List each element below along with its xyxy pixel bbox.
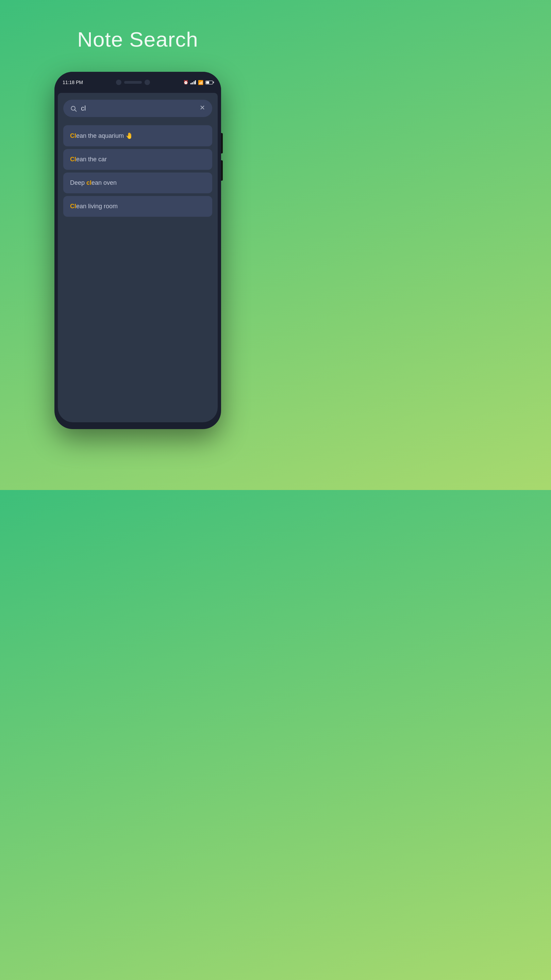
status-time: 11:18 PM (63, 80, 83, 85)
notch-camera-left (116, 80, 121, 85)
signal-bar-3 (194, 81, 195, 84)
result-3-rest: ean oven (92, 179, 117, 186)
result-item-1[interactable]: Clean the aquarium 🤚 (63, 125, 212, 146)
battery-icon (205, 81, 213, 84)
page-title: Note Search (77, 27, 198, 51)
status-icons: ⏰ 📶 (183, 80, 213, 85)
status-bar: 11:18 PM ⏰ 📶 (54, 72, 221, 93)
signal-bars (191, 80, 196, 84)
notch-camera-right (144, 80, 150, 85)
search-icon (70, 105, 77, 112)
result-1-highlight: Cl (70, 132, 76, 139)
signal-bar-2 (192, 82, 193, 84)
result-3-highlight: cl (86, 179, 92, 186)
result-item-3[interactable]: Deep clean oven (63, 172, 212, 193)
result-3-prefix: Deep (70, 179, 86, 186)
signal-bar-1 (191, 83, 192, 84)
phone-screen: cl Clean the aquarium 🤚 Clean the car De… (58, 93, 218, 422)
phone-frame: 11:18 PM ⏰ 📶 (54, 72, 221, 429)
search-bar[interactable]: cl (63, 100, 212, 117)
result-2-rest: ean the car (76, 156, 107, 163)
result-item-2[interactable]: Clean the car (63, 149, 212, 170)
wifi-icon: 📶 (198, 80, 203, 85)
search-clear-button[interactable] (199, 105, 205, 112)
notch-speaker (124, 81, 142, 84)
search-input[interactable]: cl (81, 105, 199, 112)
volume-up-button[interactable] (221, 133, 223, 153)
notch-center (116, 80, 150, 85)
svg-line-1 (75, 110, 76, 111)
alarm-icon: ⏰ (183, 80, 189, 85)
result-2-highlight: Cl (70, 156, 76, 163)
result-4-highlight: Cl (70, 203, 76, 210)
signal-bar-4 (195, 80, 196, 84)
battery-fill (206, 81, 209, 84)
result-item-4[interactable]: Clean living room (63, 196, 212, 217)
result-1-rest: ean the aquarium 🤚 (76, 132, 133, 139)
search-results: Clean the aquarium 🤚 Clean the car Deep … (63, 125, 212, 217)
result-4-rest: ean living room (76, 203, 118, 210)
volume-down-button[interactable] (221, 160, 223, 181)
